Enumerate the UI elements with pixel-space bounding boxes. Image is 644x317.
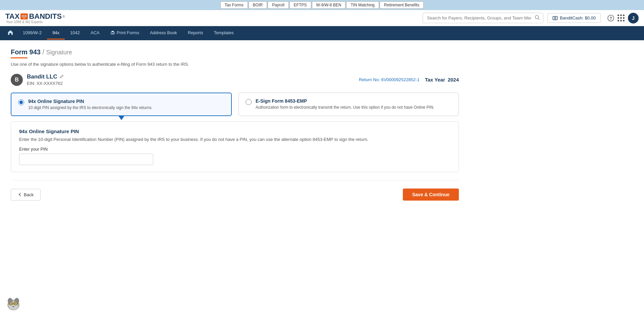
top-nav-tin-matching[interactable]: TIN Matching [346, 1, 379, 9]
user-avatar[interactable]: J [628, 13, 639, 23]
svg-rect-13 [112, 33, 114, 34]
signature-option-online-pin[interactable]: 94x Online Signature PIN 10 digit PIN as… [11, 93, 232, 116]
nav-print-forms[interactable]: Print Forms [105, 27, 145, 40]
svg-line-6 [538, 18, 540, 20]
search-input[interactable] [423, 13, 543, 23]
top-navigation: Tax Forms BOIR Payroll EFTPS W-9/W-8 BEN… [0, 0, 644, 10]
logo-subtitle: Your 1099 & W2 Experts [6, 20, 43, 24]
pin-label: Enter your PIN [19, 147, 450, 152]
logo-bandits-text: BANDITS [29, 12, 62, 21]
header: TAX BANDITS ® Your 1099 & W2 Experts [0, 10, 644, 26]
search-bar [423, 13, 543, 23]
top-nav-tax-forms[interactable]: Tax Forms [220, 1, 248, 9]
logo[interactable]: TAX BANDITS ® Your 1099 & W2 Experts [5, 12, 65, 24]
print-icon [110, 31, 115, 35]
svg-point-3 [22, 16, 23, 17]
logo-reg: ® [62, 15, 65, 18]
bandit-cash-button[interactable]: BanditCash: $0.00 [547, 13, 601, 23]
nav-1099-w2[interactable]: 1099/W-2 [17, 27, 47, 40]
top-nav-eftps[interactable]: EFTPS [289, 1, 311, 9]
svg-rect-0 [20, 13, 28, 19]
nav-reports[interactable]: Reports [182, 27, 209, 40]
selected-indicator [118, 115, 125, 120]
svg-rect-7 [553, 16, 557, 20]
tax-year-label: Tax Year [425, 77, 445, 83]
online-pin-title: 94x Online Signature PIN [28, 99, 153, 104]
save-continue-button[interactable]: Save & Continue [403, 189, 459, 201]
top-nav-w9[interactable]: W-9/W-8 BEN [312, 1, 346, 9]
svg-point-8 [554, 17, 556, 19]
online-pin-desc: 10 digit PIN assigned by the IRS to elec… [28, 105, 153, 110]
svg-point-14 [113, 32, 114, 33]
nav-94x[interactable]: 94x [47, 27, 65, 40]
payer-ein: EIN: XX-XXXX762 [27, 81, 64, 86]
cash-icon [552, 16, 558, 20]
svg-point-4 [25, 16, 26, 17]
page-description: Use one of the signature options below t… [11, 62, 459, 67]
header-icons: ? J [607, 13, 639, 23]
pin-section: 94x Online Signature PIN Enter the 10-di… [11, 121, 459, 172]
return-no-label: Return No: [359, 77, 380, 82]
pin-input[interactable] [19, 154, 153, 165]
grid-apps-button[interactable] [618, 14, 625, 21]
svg-rect-11 [111, 32, 114, 34]
payer-avatar: B [11, 74, 23, 86]
pin-section-desc: Enter the 10-digit Personal Identificati… [19, 137, 450, 142]
main-content: Form 943 / Signature Use one of the sign… [0, 40, 470, 209]
top-nav-payroll[interactable]: Payroll [268, 1, 289, 9]
title-underline [11, 57, 28, 58]
pin-section-title: 94x Online Signature PIN [19, 128, 450, 134]
esign-title: E-Sign Form 8453-EMP [256, 98, 434, 104]
nav-aca[interactable]: ACA [85, 27, 105, 40]
top-nav-retirement[interactable]: Retirement Benefits [380, 1, 424, 9]
payer-name-text: Bandit LLC [27, 73, 57, 80]
signature-option-esign[interactable]: E-Sign Form 8453-EMP Authorization form … [238, 93, 459, 116]
search-icon [535, 15, 540, 21]
esign-radio[interactable] [246, 99, 252, 105]
grid-dots-icon [618, 14, 625, 21]
form-name: Form 943 [11, 48, 41, 56]
form-section: Signature [46, 49, 72, 56]
logo-raccoon-icon [20, 13, 28, 19]
payer-row: B Bandit LLC EIN: XX-XXXX762 Return No: … [11, 73, 459, 86]
nav-1042[interactable]: 1042 [65, 27, 85, 40]
return-info: Return No: 6V000092522852-1 Tax Year 202… [359, 77, 459, 83]
payer-info: B Bandit LLC EIN: XX-XXXX762 [11, 73, 64, 86]
edit-payer-icon[interactable] [59, 74, 64, 80]
tax-year-value: 2024 [448, 77, 459, 83]
signature-options: 94x Online Signature PIN 10 digit PIN as… [11, 93, 459, 116]
svg-rect-12 [112, 31, 114, 32]
bandit-cash-label: BanditCash: $0.00 [560, 15, 596, 20]
page-title: Form 943 / Signature [11, 48, 459, 56]
home-button[interactable] [3, 26, 17, 40]
second-navigation: 1099/W-2 94x 1042 ACA Print Forms Addres… [0, 26, 644, 40]
back-chevron-icon [18, 193, 22, 197]
esign-desc: Authorization form to electronically tra… [256, 105, 434, 110]
top-nav-boir[interactable]: BOIR [249, 1, 267, 9]
logo-tax-text: TAX [5, 12, 19, 21]
online-pin-radio[interactable] [18, 99, 24, 105]
help-button[interactable]: ? [607, 15, 614, 21]
section-divider [11, 180, 459, 180]
return-no-value: 6V000092522852-1 [381, 77, 419, 82]
actions-row: Back Save & Continue [11, 189, 459, 201]
svg-text:?: ? [609, 16, 612, 21]
nav-templates[interactable]: Templates [208, 27, 239, 40]
nav-address-book[interactable]: Address Book [145, 27, 182, 40]
back-button[interactable]: Back [11, 189, 41, 201]
